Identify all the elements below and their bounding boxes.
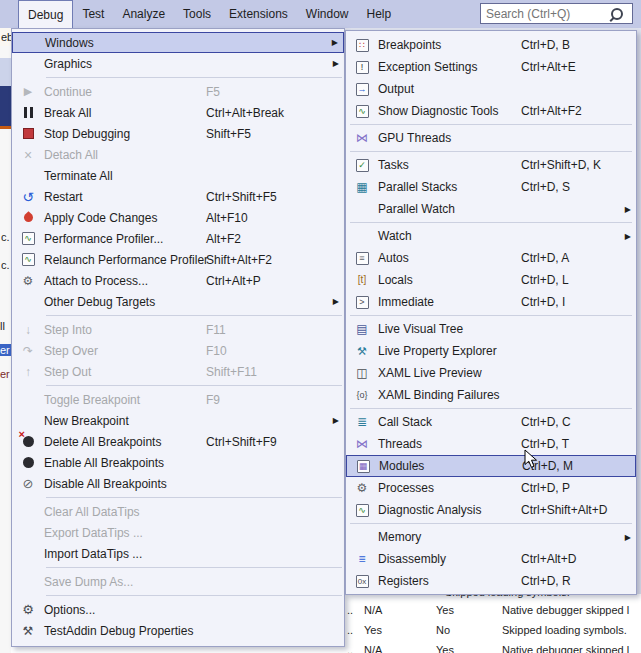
menu-item-shortcut: Ctrl+D, B [521, 38, 617, 52]
menu-item-output[interactable]: →Output [346, 78, 636, 100]
menu-item-label: Enable All Breakpoints [44, 456, 206, 470]
menu-item-performance-profiler[interactable]: ∿Performance Profiler...Alt+F2 [12, 228, 344, 249]
menu-item-options[interactable]: ⚙Options... [12, 599, 344, 620]
menu-item-shortcut: Ctrl+D, R [521, 574, 617, 588]
search-input[interactable] [481, 7, 611, 21]
step-into-icon: ↓ [25, 324, 31, 336]
disable-all-breakpoints-icon: ⊘ [23, 477, 34, 490]
background-panel-fragment [0, 58, 11, 86]
relaunch-performance-profiler-icon: ∿ [22, 253, 35, 266]
menu-item-step-out[interactable]: ↑Step OutShift+F11 [12, 361, 344, 382]
menu-item-label: Autos [378, 251, 521, 265]
menu-item-apply-code-changes[interactable]: Apply Code ChangesAlt+F10 [12, 207, 344, 228]
menu-item-live-property-explorer[interactable]: ⚒Live Property Explorer [346, 340, 636, 362]
menu-item-autos[interactable]: ≡AutosCtrl+D, A [346, 247, 636, 269]
menubar-item-extensions[interactable]: Extensions [220, 0, 297, 28]
table-cell-col3: Yes [436, 644, 502, 653]
menu-item-step-into[interactable]: ↓Step IntoF11 [12, 319, 344, 340]
menu-item-restart[interactable]: ↺RestartCtrl+Shift+F5 [12, 186, 344, 207]
menu-item-stop-debugging[interactable]: Stop DebuggingShift+F5 [12, 123, 344, 144]
table-cell-message: Skipped loading symbols. [502, 624, 641, 636]
menu-item-immediate[interactable]: >ImmediateCtrl+D, I [346, 291, 636, 313]
menu-item-parallel-stacks[interactable]: ▦Parallel StacksCtrl+D, S [346, 176, 636, 198]
menubar-item-help[interactable]: Help [358, 0, 401, 28]
menu-item-label: Import DataTips ... [44, 547, 206, 561]
menu-item-label: Delete All Breakpoints [44, 435, 206, 449]
menu-item-shortcut: Ctrl+D, C [521, 415, 617, 429]
table-cell-message: Native debugger skipped l [502, 604, 641, 616]
menu-item-xaml-live-preview[interactable]: ◫XAML Live Preview [346, 362, 636, 384]
menu-item-label: Save Dump As... [44, 575, 206, 589]
menu-item-new-breakpoint[interactable]: New Breakpoint▶ [12, 410, 344, 431]
menu-item-watch[interactable]: Watch▶ [346, 225, 636, 247]
continue-icon: ▶ [24, 86, 32, 97]
menu-item-call-stack[interactable]: ≣Call StackCtrl+D, C [346, 411, 636, 433]
menu-item-modules[interactable]: ▦ModulesCtrl+D, M [346, 455, 636, 477]
table-cell-dots: .. [345, 604, 364, 616]
menu-item-detach-all[interactable]: ×Detach All [12, 144, 344, 165]
menu-item-terminate-all[interactable]: Terminate All [12, 165, 344, 186]
menu-item-tasks[interactable]: ✓TasksCtrl+Shift+D, K [346, 154, 636, 176]
menu-item-breakpoints[interactable]: ∷BreakpointsCtrl+D, B [346, 34, 636, 56]
menu-item-shortcut: Ctrl+Alt+D [521, 552, 617, 566]
menu-item-shortcut: Shift+F11 [206, 365, 325, 379]
table-row[interactable]: ..N/AYesNative debugger skipped l [345, 600, 641, 620]
menu-item-xaml-binding-failures[interactable]: {o}XAML Binding Failures [346, 384, 636, 406]
menu-item-parallel-watch[interactable]: Parallel Watch▶ [346, 198, 636, 220]
menu-item-label: Processes [378, 481, 521, 495]
menu-item-memory[interactable]: Memory▶ [346, 526, 636, 548]
menu-item-graphics[interactable]: Graphics▶ [12, 53, 344, 74]
menu-item-delete-all-breakpoints[interactable]: Delete All BreakpointsCtrl+Shift+F9 [12, 431, 344, 452]
menu-item-threads[interactable]: ⋈ThreadsCtrl+D, T [346, 433, 636, 455]
menu-item-locals[interactable]: [t]LocalsCtrl+D, L [346, 269, 636, 291]
menubar-item-debug[interactable]: Debug [18, 0, 73, 28]
menu-item-continue[interactable]: ▶ContinueF5 [12, 81, 344, 102]
menu-item-label: Toggle Breakpoint [44, 393, 206, 407]
table-row[interactable]: ..N/AYesNative debugger skipped l [345, 640, 641, 653]
menu-item-other-debug-targets[interactable]: Other Debug Targets▶ [12, 291, 344, 312]
menu-item-registers[interactable]: 0xRegistersCtrl+D, R [346, 570, 636, 592]
menu-item-attach-to-process[interactable]: ⚙Attach to Process...Ctrl+Alt+P [12, 270, 344, 291]
autos-icon: ≡ [356, 252, 369, 265]
menu-item-relaunch-performance-profiler[interactable]: ∿Relaunch Performance ProfilerShift+Alt+… [12, 249, 344, 270]
menu-separator [46, 385, 342, 386]
menu-item-export-datatips[interactable]: Export DataTips ... [12, 522, 344, 543]
menu-item-save-dump-as[interactable]: Save Dump As... [12, 571, 344, 592]
menu-item-shortcut: Ctrl+D, A [521, 251, 617, 265]
menu-item-toggle-breakpoint[interactable]: Toggle BreakpointF9 [12, 389, 344, 410]
menu-item-label: Memory [378, 530, 521, 544]
menu-item-clear-all-datatips[interactable]: Clear All DataTips [12, 501, 344, 522]
menu-item-shortcut: F10 [206, 344, 325, 358]
menubar-item-analyze[interactable]: Analyze [113, 0, 174, 28]
menu-item-shortcut: Shift+Alt+F2 [206, 253, 325, 267]
menu-item-step-over[interactable]: ↷Step OverF10 [12, 340, 344, 361]
menu-item-testaddin-debug-properties[interactable]: ⚒TestAddin Debug Properties [12, 620, 344, 641]
menubar-item-tools[interactable]: Tools [174, 0, 220, 28]
menu-item-label: Other Debug Targets [44, 295, 206, 309]
table-row[interactable]: ..YesNoSkipped loading symbols. [345, 620, 641, 640]
submenu-arrow-icon: ▶ [324, 38, 343, 47]
table-cell-col2: N/A [364, 604, 436, 616]
menu-item-break-all[interactable]: Break AllCtrl+Alt+Break [12, 102, 344, 123]
menu-item-diagnostic-analysis[interactable]: ∿Diagnostic AnalysisCtrl+Shift+Alt+D [346, 499, 636, 521]
menu-item-label: Options... [44, 603, 206, 617]
menu-item-disable-all-breakpoints[interactable]: ⊘Disable All Breakpoints [12, 473, 344, 494]
menubar-item-test[interactable]: Test [73, 0, 113, 28]
menu-item-show-diagnostic-tools[interactable]: ∿Show Diagnostic ToolsCtrl+Alt+F2 [346, 100, 636, 122]
menu-item-live-visual-tree[interactable]: ▤Live Visual Tree [346, 318, 636, 340]
search-box[interactable] [480, 3, 633, 24]
background-text-fragment: ll [0, 320, 5, 332]
menu-item-import-datatips[interactable]: Import DataTips ... [12, 543, 344, 564]
menu-separator [350, 222, 632, 223]
menu-item-gpu-threads[interactable]: ⋈GPU Threads [346, 127, 636, 149]
menu-item-label: Break All [44, 106, 206, 120]
menubar-item-window[interactable]: Window [297, 0, 358, 28]
menu-item-windows[interactable]: Windows▶ [12, 32, 344, 53]
menu-item-label: XAML Binding Failures [378, 388, 521, 402]
menu-item-enable-all-breakpoints[interactable]: Enable All Breakpoints [12, 452, 344, 473]
menu-item-processes[interactable]: ⚙ProcessesCtrl+D, P [346, 477, 636, 499]
menu-item-shortcut: Ctrl+Alt+Break [206, 106, 325, 120]
live-visual-tree-icon: ▤ [356, 323, 367, 335]
menu-item-disassembly[interactable]: ≡DisassemblyCtrl+Alt+D [346, 548, 636, 570]
menu-item-exception-settings[interactable]: !Exception SettingsCtrl+Alt+E [346, 56, 636, 78]
